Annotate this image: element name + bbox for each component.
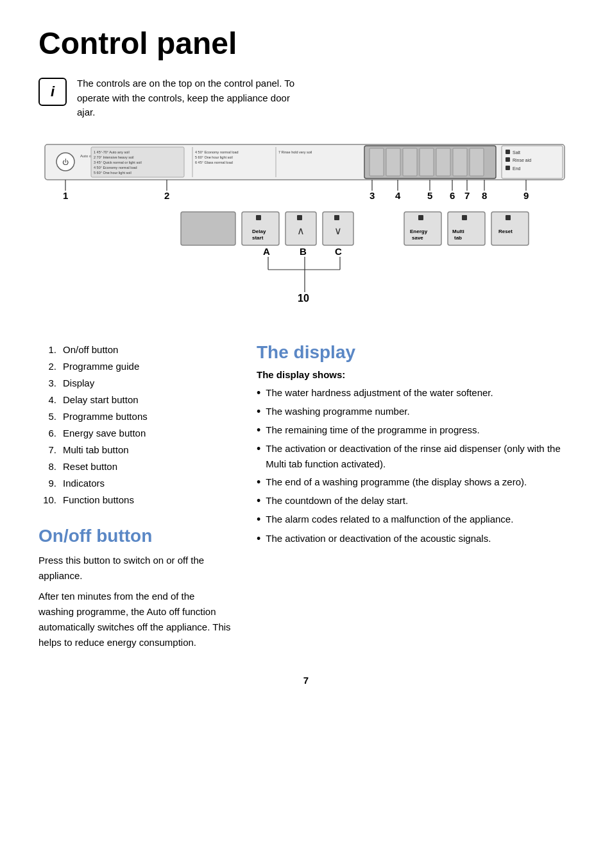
svg-rect-49 — [181, 212, 235, 245]
svg-rect-20 — [420, 148, 434, 176]
display-bullet-list: The water hardness adjustment of the wat… — [257, 385, 574, 547]
svg-text:Reset: Reset — [498, 229, 513, 234]
svg-text:6: 6 — [450, 190, 455, 201]
list-item-text: Programme guide — [63, 359, 139, 374]
svg-rect-24 — [502, 146, 563, 178]
svg-text:save: save — [412, 235, 423, 241]
bullet-item: The activation or deactivation of the ac… — [257, 531, 574, 547]
svg-rect-29 — [506, 166, 510, 170]
list-item-number: 4. — [38, 392, 56, 408]
bullet-item: The water hardness adjustment of the wat… — [257, 385, 574, 401]
list-item: 7.Multi tab button — [38, 442, 231, 458]
list-item: 3.Display — [38, 376, 231, 391]
svg-rect-18 — [386, 148, 400, 176]
svg-text:tab: tab — [454, 235, 462, 241]
svg-text:A: A — [263, 246, 270, 257]
svg-rect-21 — [436, 148, 450, 176]
bullet-item: The end of a washing programme (the disp… — [257, 474, 574, 490]
onoff-para-1: Press this button to switch on or off th… — [38, 553, 231, 584]
list-item: 6.Energy save button — [38, 426, 231, 441]
svg-text:7: 7 — [464, 190, 470, 201]
svg-text:3  45° Quick     normal or lig: 3 45° Quick normal or light soil — [94, 161, 142, 164]
list-item-number: 1. — [38, 342, 56, 358]
svg-text:C: C — [335, 246, 342, 257]
svg-text:2  70° Intensive  heavy soil: 2 70° Intensive heavy soil — [94, 155, 133, 159]
list-item-text: Display — [63, 376, 94, 391]
svg-rect-55 — [297, 215, 302, 220]
list-item-text: Energy save button — [63, 426, 146, 441]
bullet-item: The alarm codes related to a malfunction… — [257, 512, 574, 528]
list-item-number: 10. — [38, 492, 56, 508]
svg-text:start: start — [252, 235, 264, 241]
svg-text:7  Rinse hold   very soil: 7 Rinse hold very soil — [278, 150, 312, 154]
list-item-text: Delay start button — [63, 392, 139, 408]
svg-text:4  50° Economy    normal load: 4 50° Economy normal load — [94, 166, 137, 169]
main-content: 1.On/off button2.Programme guide3.Displa… — [38, 342, 574, 655]
list-item-number: 6. — [38, 426, 56, 441]
bullet-item: The countdown of the delay start. — [257, 493, 574, 509]
svg-text:End: End — [513, 166, 521, 171]
svg-text:5: 5 — [427, 190, 432, 201]
right-column: The display The display shows: The water… — [257, 342, 574, 655]
svg-rect-19 — [403, 148, 417, 176]
info-text: The controls are on the top on the contr… — [77, 76, 295, 120]
info-icon: i — [38, 78, 67, 106]
page-title: Control panel — [38, 26, 574, 61]
left-column: 1.On/off button2.Programme guide3.Displa… — [38, 342, 231, 655]
svg-text:1: 1 — [63, 190, 68, 201]
svg-text:10: 10 — [298, 293, 309, 304]
list-item: 1.On/off button — [38, 342, 231, 358]
svg-text:∨: ∨ — [334, 225, 342, 236]
list-item: 10.Function buttons — [38, 492, 231, 508]
svg-text:5  60° One hour  light soil: 5 60° One hour light soil — [94, 171, 132, 175]
svg-text:4  50° Economy   normal load: 4 50° Economy normal load — [195, 150, 239, 154]
svg-text:6  45° Glass     normal load: 6 45° Glass normal load — [195, 161, 233, 164]
list-item: 4.Delay start button — [38, 392, 231, 408]
svg-rect-58 — [334, 215, 339, 220]
list-item-number: 2. — [38, 359, 56, 374]
list-item-text: Multi tab button — [63, 442, 129, 458]
svg-rect-65 — [462, 215, 467, 220]
svg-text:B: B — [300, 246, 307, 257]
svg-text:8: 8 — [482, 190, 487, 201]
numbered-list: 1.On/off button2.Programme guide3.Displa… — [38, 342, 231, 508]
list-item-text: Programme buttons — [63, 409, 148, 424]
svg-text:5  60° One hour  light soil: 5 60° One hour light soil — [195, 155, 233, 159]
list-item-text: On/off button — [63, 342, 118, 358]
info-box: i The controls are on the top on the con… — [38, 76, 574, 120]
svg-text:Energy: Energy — [410, 229, 428, 234]
list-item-number: 9. — [38, 476, 56, 491]
svg-text:∧: ∧ — [297, 225, 305, 236]
display-section-subtitle: The display shows: — [257, 369, 574, 380]
svg-text:3: 3 — [370, 190, 375, 201]
svg-text:1  45°-70° Auto   any soil: 1 45°-70° Auto any soil — [94, 150, 130, 154]
svg-rect-51 — [256, 215, 261, 220]
svg-text:9: 9 — [523, 190, 529, 201]
bullet-item: The washing programme number. — [257, 404, 574, 420]
bullet-item: The remaining time of the programme in p… — [257, 422, 574, 438]
svg-text:⏻: ⏻ — [62, 159, 69, 166]
svg-rect-27 — [506, 157, 510, 162]
onoff-para-2: After ten minutes from the end of the wa… — [38, 589, 231, 650]
svg-rect-25 — [506, 150, 510, 154]
list-item: 8.Reset button — [38, 459, 231, 474]
svg-text:Delay: Delay — [252, 229, 266, 234]
svg-text:2: 2 — [164, 190, 169, 201]
svg-text:Multi: Multi — [452, 229, 464, 234]
svg-text:Salt: Salt — [513, 150, 520, 155]
onoff-section-title: On/off button — [38, 526, 231, 546]
list-item-number: 7. — [38, 442, 56, 458]
list-item-number: 3. — [38, 376, 56, 391]
list-item-number: 5. — [38, 409, 56, 424]
svg-rect-17 — [370, 148, 384, 176]
list-item-text: Reset button — [63, 459, 117, 474]
list-item-number: 8. — [38, 459, 56, 474]
svg-rect-23 — [470, 148, 484, 176]
control-panel-diagram: ⏻ Auto off 1 45°-70° Auto any soil 2 70°… — [38, 138, 574, 327]
list-item: 9.Indicators — [38, 476, 231, 491]
svg-text:Rinse aid: Rinse aid — [513, 158, 531, 162]
svg-rect-69 — [506, 215, 511, 220]
diagram-svg: ⏻ Auto off 1 45°-70° Auto any soil 2 70°… — [38, 138, 574, 324]
svg-rect-61 — [418, 215, 423, 220]
bullet-item: The activation or deactivation of the ri… — [257, 441, 574, 472]
